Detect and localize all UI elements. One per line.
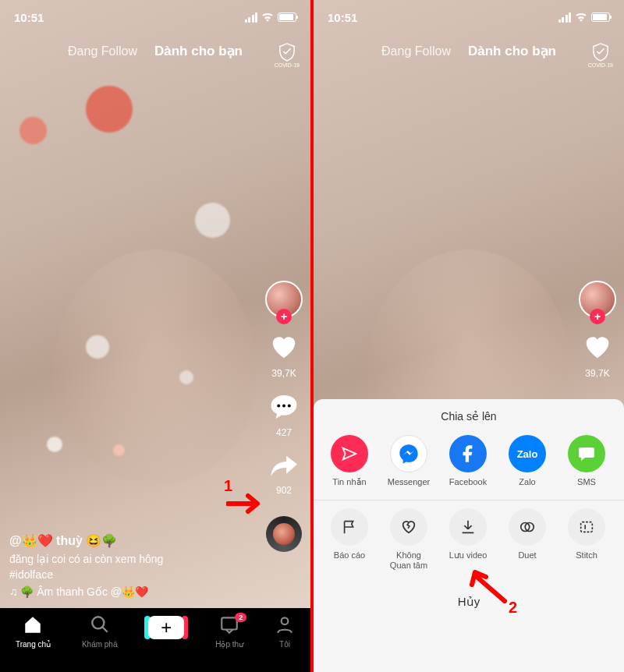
wifi-icon: [261, 11, 274, 24]
share-label: Facebook: [449, 477, 487, 487]
send-icon: [331, 435, 368, 472]
comment-icon: [270, 393, 298, 424]
bokeh-dot: [179, 370, 193, 384]
feed-tabs: Đang Follow Dành cho bạn: [0, 43, 310, 59]
creator-handle[interactable]: @👑❤️ thuỳ 😆🌳: [9, 533, 248, 548]
like-count: 39,7K: [271, 368, 296, 379]
comment-button[interactable]: 427: [270, 393, 298, 438]
action-duet[interactable]: Duet: [498, 508, 557, 571]
share-label: Messenger: [388, 477, 430, 487]
action-stitch[interactable]: Stitch: [557, 508, 616, 571]
share-copy-link[interactable]: Sao Liê: [616, 435, 624, 487]
video-hashtag[interactable]: #idolface: [9, 568, 248, 581]
follow-plus-icon[interactable]: +: [276, 309, 292, 324]
screen-right: 10:51 Đang Follow Dành cho bạn COVID-19 …: [314, 0, 624, 672]
sms-icon: [568, 435, 605, 472]
sound-disc-cover: [273, 523, 295, 545]
action-label: Duet: [518, 550, 536, 561]
duet-icon: [509, 508, 546, 546]
annotation-arrow-2-icon: [466, 566, 512, 608]
share-sheet: Chia sẻ lên Tin nhắn Messenger Facebook …: [314, 399, 624, 672]
heart-icon: [269, 332, 299, 365]
creator-avatar[interactable]: +: [265, 281, 303, 318]
nav-create[interactable]: +: [148, 614, 184, 639]
sound-label[interactable]: ♫ 🌳 Âm thanh Gốc @👑❤️: [9, 585, 248, 598]
share-messenger[interactable]: Messenger: [379, 435, 438, 487]
svg-point-2: [288, 405, 291, 408]
nav-discover[interactable]: Khám phá: [82, 614, 118, 649]
covid-label: COVID-19: [275, 62, 300, 68]
share-targets-row[interactable]: Tin nhắn Messenger Facebook Zalo Zalo SM…: [314, 430, 624, 497]
action-label: Stitch: [576, 550, 597, 561]
status-indicators: [558, 11, 611, 24]
share-icon: [269, 452, 299, 482]
covid-label: COVID-19: [588, 62, 613, 68]
share-count: 902: [276, 485, 292, 496]
bokeh-dot: [86, 335, 109, 359]
share-zalo[interactable]: Zalo Zalo: [498, 435, 557, 487]
action-report[interactable]: Báo cáo: [320, 508, 379, 571]
status-indicators: [245, 11, 297, 24]
nav-profile[interactable]: Tôi: [275, 614, 295, 649]
share-facebook[interactable]: Facebook: [438, 435, 498, 487]
tab-following[interactable]: Đang Follow: [381, 44, 451, 58]
home-icon: [23, 614, 43, 638]
bokeh-dot: [47, 437, 62, 452]
action-rail: + 39,7K: [579, 281, 616, 379]
nav-discover-label: Khám phá: [82, 640, 118, 649]
search-icon: [90, 614, 110, 638]
messenger-icon: [390, 435, 427, 472]
like-button[interactable]: 39,7K: [583, 332, 612, 379]
action-rail: + 39,7K 427 902: [265, 281, 303, 552]
covid-badge[interactable]: COVID-19: [275, 43, 300, 68]
svg-point-1: [282, 405, 285, 408]
flag-icon: [331, 508, 368, 546]
plus-icon: +: [148, 616, 184, 639]
share-tinnhan[interactable]: Tin nhắn: [320, 435, 379, 487]
video-info: @👑❤️ thuỳ 😆🌳 đăng lại coi có ai còn xem …: [9, 533, 248, 598]
like-button[interactable]: 39,7K: [269, 332, 299, 379]
nav-home[interactable]: Trang chủ: [16, 614, 51, 649]
shield-icon: [278, 43, 296, 62]
creator-avatar[interactable]: +: [579, 281, 616, 318]
profile-icon: [275, 614, 295, 638]
action-label: Lưu video: [449, 550, 488, 561]
tab-for-you[interactable]: Dành cho bạn: [468, 43, 556, 59]
zalo-icon: Zalo: [509, 435, 546, 472]
action-label: Không Quan tâm: [390, 550, 427, 571]
shield-icon: [592, 43, 609, 62]
download-icon: [449, 508, 487, 546]
svg-point-5: [282, 617, 289, 624]
action-save-video[interactable]: Lưu video: [438, 508, 498, 571]
battery-icon: [278, 12, 296, 22]
video-caption: đăng lại coi có ai còn xem hông: [9, 553, 248, 565]
feed-tabs: Đang Follow Dành cho bạn: [314, 43, 624, 59]
svg-rect-8: [581, 522, 593, 532]
action-more[interactable]: R: [616, 508, 624, 571]
share-button[interactable]: 902: [269, 452, 299, 496]
covid-badge[interactable]: COVID-19: [588, 43, 613, 68]
status-time: 10:51: [14, 11, 44, 24]
svg-point-3: [92, 617, 104, 628]
nav-inbox-label: Hộp thư: [215, 640, 243, 649]
status-bar: 10:51: [314, 0, 624, 34]
nav-inbox[interactable]: 2 Hộp thư: [215, 614, 243, 649]
tab-for-you[interactable]: Dành cho bạn: [154, 43, 243, 59]
bokeh-dot: [86, 86, 133, 133]
broken-heart-icon: [390, 508, 427, 546]
share-label: SMS: [577, 477, 596, 487]
follow-plus-icon[interactable]: +: [590, 309, 605, 324]
action-label: Báo cáo: [334, 550, 365, 561]
inbox-badge: 2: [235, 613, 246, 622]
heart-icon: [583, 332, 612, 365]
sound-disc[interactable]: [266, 516, 302, 552]
share-label: Tin nhắn: [332, 477, 366, 487]
action-not-interested[interactable]: Không Quan tâm: [379, 508, 438, 571]
share-sms[interactable]: SMS: [557, 435, 616, 487]
nav-home-label: Trang chủ: [16, 640, 51, 649]
bokeh-dot: [20, 117, 47, 144]
facebook-icon: [449, 435, 487, 472]
nav-profile-label: Tôi: [279, 640, 290, 649]
tab-following[interactable]: Đang Follow: [68, 44, 137, 58]
comment-count: 427: [276, 427, 292, 438]
